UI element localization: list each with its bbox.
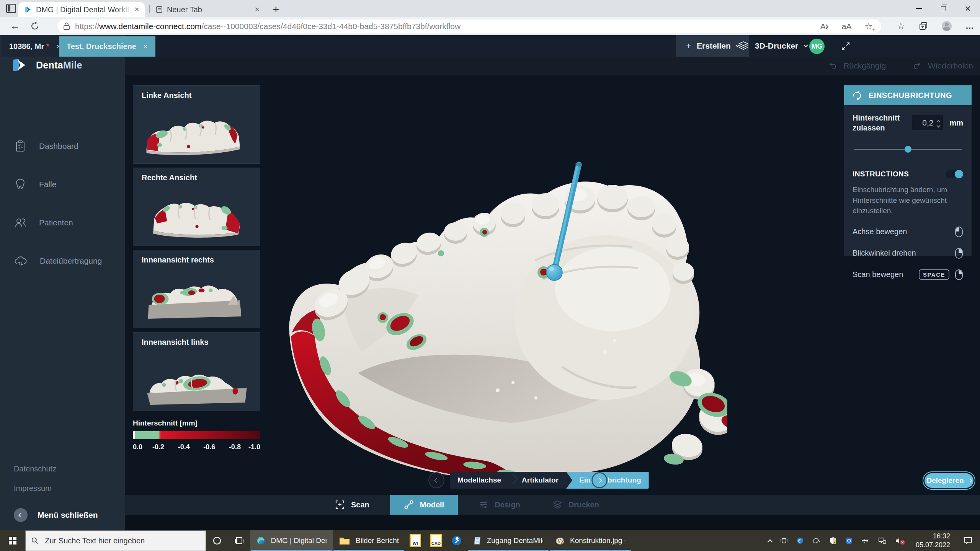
mouse-left-icon (955, 226, 963, 238)
lock-icon[interactable] (63, 22, 70, 31)
chevron-left-icon[interactable] (14, 508, 28, 522)
undo-redo-group: Rückgängig Wiederholen (828, 57, 973, 75)
vertical-tabs-icon[interactable] (6, 4, 16, 13)
taskbar-app-dmg[interactable]: DMG | Digital Dent... (250, 530, 333, 551)
workflow-step-artikulator[interactable]: Artikulator (514, 472, 566, 489)
taskbar-pinned-tool[interactable] (446, 530, 467, 551)
tray-app-icon[interactable] (845, 537, 853, 544)
workflow-prev-button[interactable] (428, 472, 444, 488)
clipboard-icon (14, 140, 27, 153)
taskbar-app-konstruktion[interactable]: Konstruktion.jpg - ... (549, 530, 632, 551)
sidebar-item-dateiuebertragung[interactable]: Dateiübertragung (0, 242, 125, 280)
user-avatar[interactable]: MG (809, 39, 825, 54)
taskbar-app-zugang-dentamile[interactable]: Zugang DentaMile.... (467, 530, 549, 551)
refresh-icon[interactable] (30, 21, 40, 31)
sidebar-item-patienten[interactable]: Patienten (0, 204, 125, 242)
step-up-icon[interactable] (937, 120, 941, 124)
close-icon[interactable]: × (143, 42, 148, 51)
minimize-icon[interactable] (906, 0, 931, 17)
settings-more-icon[interactable]: … (965, 21, 975, 31)
add-favorite-icon[interactable]: ☆+ (864, 21, 873, 32)
model-viewport[interactable] (268, 153, 727, 482)
browser-navbar: ← https://www.dentamile-connect.com/case… (0, 17, 980, 35)
jaw-thumbnail-inner-right (138, 268, 256, 326)
restore-icon[interactable] (931, 0, 956, 17)
taskbar-pinned-wf[interactable]: Wf (405, 530, 426, 551)
taskbar-clock[interactable]: 16:32 05.07.2022 (910, 530, 956, 551)
privacy-link[interactable]: Datenschutz (14, 465, 98, 473)
redo-button[interactable]: Wiederholen (913, 61, 973, 70)
window-controls: × (906, 0, 980, 17)
close-menu-button[interactable]: Menü schließen (14, 508, 98, 522)
thumbnail-rechte-ansicht[interactable]: Rechte Ansicht (133, 168, 260, 246)
action-center-button[interactable] (956, 530, 980, 551)
new-tab-icon[interactable]: + (273, 3, 279, 16)
panel-title: EINSCHUBRICHTUNG (869, 91, 952, 100)
close-icon[interactable]: × (134, 5, 139, 14)
tray-edge-icon[interactable] (796, 537, 804, 544)
undo-button[interactable]: Rückgängig (828, 61, 886, 70)
imprint-link[interactable]: Impressum (14, 484, 98, 493)
taskbar-search[interactable] (25, 530, 206, 551)
workflow-next-button[interactable] (591, 472, 608, 488)
delegate-button[interactable]: Delegieren (924, 473, 973, 488)
sidebar-item-label: Dateiübertragung (40, 256, 102, 266)
tray-device-icon[interactable] (780, 537, 788, 544)
slider-knob[interactable] (905, 146, 911, 153)
case-tabbar (125, 35, 980, 57)
printer-select[interactable]: 3D-Drucker (738, 35, 807, 57)
fullscreen-icon[interactable] (841, 41, 851, 51)
start-button[interactable] (0, 530, 25, 551)
cad-file-icon: CAD (430, 534, 442, 547)
mode-tab-modell[interactable]: Modell (390, 495, 458, 515)
step-down-icon[interactable] (937, 124, 941, 127)
close-icon[interactable]: × (255, 5, 260, 14)
task-view-button[interactable] (228, 530, 250, 551)
cortana-icon (212, 536, 222, 546)
tray-audio-icon[interactable] (812, 537, 821, 544)
undercut-value-stepper[interactable]: 0,2 (912, 115, 944, 131)
hint-blickwinkel-drehen: Blickwinkel drehen (853, 248, 963, 259)
hint-achse-bewegen: Achse bewegen (853, 226, 963, 238)
tray-defender-icon[interactable] (829, 537, 837, 544)
taskbar-app-bilder-bericht[interactable]: Bilder Bericht (333, 530, 405, 551)
einschubrichtung-panel: EINSCHUBRICHTUNG Hinterschnitt zulassen … (844, 85, 972, 256)
mode-tab-drucken[interactable]: Drucken (541, 495, 611, 515)
collections-icon[interactable] (919, 21, 928, 31)
back-icon[interactable]: ← (10, 20, 20, 32)
thumbnail-linke-ansicht[interactable]: Linke Ansicht (133, 85, 260, 164)
url-text[interactable]: https://www.dentamile-connect.com/case--… (75, 22, 820, 31)
patients-icon (14, 216, 27, 229)
tray-volume-muted-icon[interactable] (895, 537, 903, 544)
favorites-list-icon[interactable]: ☆ (897, 21, 905, 31)
tooth-icon (14, 178, 27, 191)
translate-icon[interactable]: aA (842, 22, 852, 31)
workflow-step-modellachse[interactable]: Modellachse (450, 472, 509, 489)
instructions-toggle[interactable] (946, 170, 963, 178)
wf-file-icon: Wf (410, 534, 421, 547)
thumbnail-innenansicht-links[interactable]: Innenansicht links (133, 332, 260, 411)
taskbar-pinned-cad[interactable]: CAD (426, 530, 446, 551)
undo-icon (828, 61, 837, 70)
cortana-button[interactable] (206, 530, 228, 551)
tray-network-icon[interactable] (878, 537, 887, 544)
browser-tab-active[interactable]: DMG | Digital Dental Workflow P × (18, 2, 145, 17)
search-input[interactable] (44, 536, 200, 546)
mode-tab-design[interactable]: Design (467, 495, 532, 515)
case-tab-test-druckschiene[interactable]: Test, Druckschiene × (59, 36, 155, 57)
read-aloud-icon[interactable]: A (820, 22, 829, 31)
undercut-slider[interactable] (854, 146, 962, 153)
thumbnail-innenansicht-rechts[interactable]: Innenansicht rechts (133, 250, 260, 328)
mode-tab-scan[interactable]: Scan (323, 495, 381, 515)
action-center-icon (964, 536, 973, 545)
address-bar[interactable]: https://www.dentamile-connect.com/case--… (57, 20, 881, 33)
browser-profile-icon[interactable] (942, 21, 952, 31)
scan-frame-icon (335, 500, 345, 510)
hidden-icons-chevron[interactable] (768, 539, 773, 544)
tray-usb-icon[interactable] (861, 537, 870, 544)
sidebar-item-faelle[interactable]: Fälle (0, 165, 125, 204)
close-window-icon[interactable]: × (956, 0, 980, 17)
case-tab-10386[interactable]: 10386, Mr * × (2, 36, 68, 57)
sidebar-item-dashboard[interactable]: Dashboard (0, 127, 125, 165)
browser-tab-neuer-tab[interactable]: Neuer Tab × (150, 2, 265, 17)
